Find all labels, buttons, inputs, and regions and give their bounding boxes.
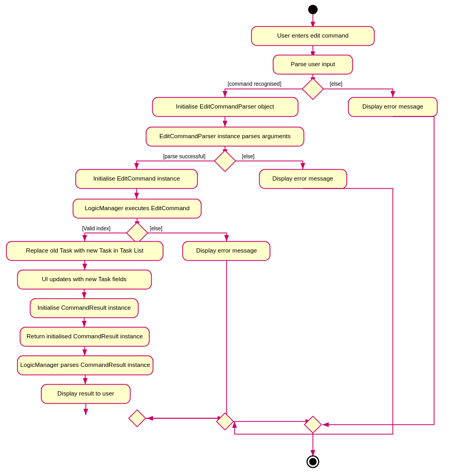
label-else2: [else] [242, 154, 255, 159]
init-parser-label: Initialise EditCommandParser object [176, 103, 274, 110]
end-inner [309, 458, 317, 465]
arrow-error1-merge3 [322, 116, 434, 425]
parser-parses-label: EditCommandParser instance parses argume… [159, 133, 291, 139]
display-result-label: Display result to user [57, 390, 114, 397]
arrow-error3-merge1 [147, 261, 227, 418]
diamond1 [302, 78, 323, 100]
init-editcmd-label: Initialise EditCommand instance [93, 175, 180, 182]
merge3 [304, 416, 321, 433]
init-cmdresult-label: Initialise CommandResult instance [38, 304, 131, 311]
arrow-d2-editcmd [137, 161, 214, 169]
user-enters-label: User enters edit command [277, 32, 349, 39]
diamond2 [214, 150, 236, 172]
arrow-d2-error2 [236, 161, 303, 169]
arrow-d3-replace [85, 233, 127, 241]
arrow-d1-parser [225, 89, 302, 97]
replace-task-label: Replace old Task with new Task in Task L… [26, 247, 144, 254]
parse-input-label: Parse user input [291, 61, 336, 67]
label-else1: [else] [330, 81, 343, 87]
display-error1-label: Display error message [362, 103, 423, 110]
arrow-d1-error1 [323, 89, 393, 97]
arrow-error2-merge2 [235, 188, 393, 434]
label-parse-success: [parse successful] [163, 154, 205, 159]
return-cmdresult-label: Return initialised CommandResult instanc… [26, 333, 143, 339]
display-error2-label: Display error message [272, 175, 333, 182]
merge1 [129, 410, 146, 427]
display-error3-label: Display error message [196, 247, 257, 254]
ui-updates-label: UI updates with new Task fields [42, 276, 127, 282]
label-cmd-recognised: [command recognised] [228, 81, 281, 87]
arrow-d3-error3 [148, 233, 227, 241]
label-else3: [else] [150, 226, 163, 231]
logic-executes-label: LogicManager executes EditCommand [85, 205, 190, 211]
activity-diagram: User enters edit command Parse user inpu… [0, 0, 450, 476]
merge2 [217, 413, 233, 430]
diamond3 [127, 222, 148, 244]
logic-parses-label: LogicManager parses CommandResult instan… [20, 362, 150, 368]
label-valid-index: [Valid index] [82, 226, 111, 231]
start-node [308, 5, 318, 14]
